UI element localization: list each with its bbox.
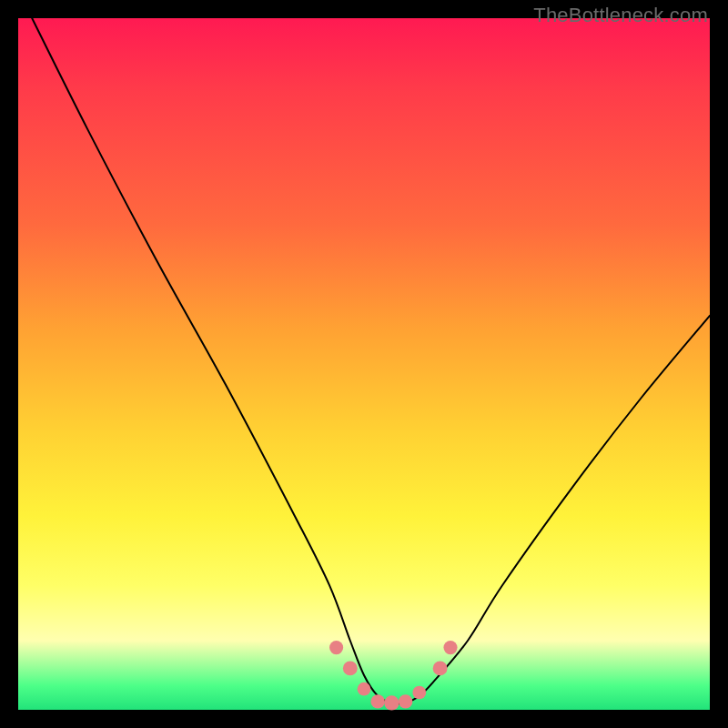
curve-marker: [370, 694, 384, 708]
curve-marker: [384, 695, 399, 710]
curve-marker: [358, 682, 371, 696]
curve-marker: [329, 641, 343, 654]
plot-area: [18, 18, 710, 710]
watermark-text: TheBottleneck.com: [533, 4, 708, 27]
curve-marker: [433, 661, 448, 675]
bottleneck-curve: [32, 18, 710, 703]
curve-layer: [18, 18, 710, 710]
curve-marker: [343, 661, 358, 675]
curve-marker: [443, 641, 457, 654]
curve-marker: [399, 694, 412, 708]
chart-frame: TheBottleneck.com: [0, 0, 728, 728]
curve-marker: [412, 686, 426, 700]
